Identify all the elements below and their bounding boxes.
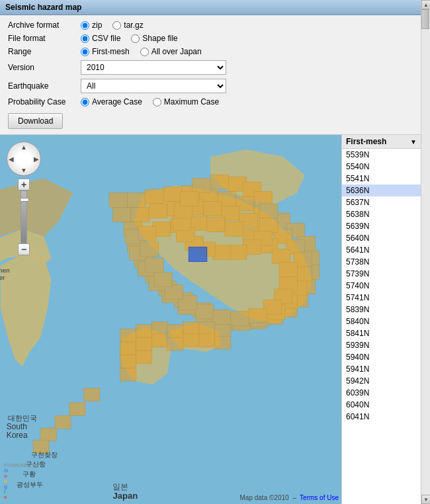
file-csv-option[interactable]: CSV file [81, 34, 120, 43]
mesh-list-item[interactable]: 5840N [342, 315, 421, 327]
mesh-list-item[interactable]: 5740N [342, 280, 421, 292]
svg-rect-108 [167, 337, 183, 351]
mesh-list-item[interactable]: 5738N [342, 256, 421, 268]
mesh-list-item[interactable]: 5637N [342, 196, 421, 208]
svg-rect-59 [207, 218, 225, 232]
average-case-label: Average Case [92, 97, 142, 106]
mesh-list-item[interactable]: 6040N [342, 399, 421, 411]
mesh-list-item[interactable]: 5640N [342, 232, 421, 244]
earthquake-select[interactable]: All [81, 79, 226, 93]
file-shape-radio[interactable] [131, 34, 140, 43]
archive-zip-option[interactable]: zip [81, 21, 102, 30]
svg-text:일본: 일본 [112, 482, 128, 491]
svg-rect-102 [136, 351, 151, 364]
zoom-slider[interactable] [21, 190, 27, 243]
mesh-list-item[interactable]: 5641N [342, 244, 421, 256]
mesh-list-item[interactable]: 5841N [342, 327, 421, 339]
mesh-list-item[interactable]: 5839N [342, 304, 421, 315]
probability-case-controls: Average Case Maximum Case [81, 97, 219, 106]
file-shape-option[interactable]: Shape file [131, 34, 177, 43]
probability-case-label: Probability Case [8, 97, 81, 106]
terms-of-use-link[interactable]: Terms of Use [300, 494, 339, 501]
mesh-list-item[interactable]: 6039N [342, 387, 421, 399]
average-case-radio[interactable] [81, 98, 89, 106]
svg-text:River: River [0, 274, 5, 281]
download-row: Download [8, 110, 413, 129]
powered-by-text: POWERED BY [4, 463, 40, 468]
svg-rect-71 [195, 304, 213, 319]
zoom-in-button[interactable]: + [18, 179, 30, 190]
mesh-list[interactable]: 5539N5540N5541N5636N5637N5638N5639N5640N… [342, 149, 421, 504]
mesh-list-item[interactable]: 5639N [342, 220, 421, 232]
mesh-list-item[interactable]: 5942N [342, 375, 421, 387]
average-case-option[interactable]: Average Case [81, 97, 142, 106]
zoom-out-button[interactable]: − [18, 243, 30, 255]
range-all-japan-radio[interactable] [140, 48, 149, 56]
mesh-list-item[interactable]: 5540N [342, 161, 421, 173]
mesh-list-item[interactable]: 6041N [342, 411, 421, 423]
svg-text:Korea: Korea [7, 431, 28, 440]
range-first-mesh-option[interactable]: First-mesh [81, 47, 130, 56]
mesh-list-item[interactable]: 5941N [342, 363, 421, 375]
svg-rect-114 [55, 416, 71, 429]
mesh-list-item[interactable]: 5541N [342, 173, 421, 185]
archive-zip-radio[interactable] [81, 21, 89, 30]
range-all-japan-label: All over Japan [151, 47, 202, 56]
mesh-list-item[interactable]: 5636N [342, 185, 421, 196]
svg-rect-106 [199, 321, 215, 335]
nav-pan-control[interactable]: ▲ ▼ ◀ ▶ [7, 142, 41, 176]
mesh-list-item[interactable]: 5741N [342, 292, 421, 304]
mesh-list-item[interactable]: 5739N [342, 268, 421, 280]
earthquake-label: Earthquake [8, 81, 81, 91]
svg-rect-63 [272, 249, 290, 264]
svg-rect-74 [154, 273, 172, 287]
range-controls: First-mesh All over Japan [81, 47, 202, 56]
mesh-list-item[interactable]: 5939N [342, 339, 421, 351]
scroll-down-button[interactable]: ▼ [421, 495, 430, 504]
svg-rect-94 [180, 191, 198, 206]
range-row: Range First-mesh All over Japan [8, 47, 413, 56]
svg-rect-110 [199, 334, 215, 347]
control-panel: Archive format zip tar.gz File format [0, 15, 421, 135]
mesh-panel: First-mesh ▼ 5539N5540N5541N5636N5637N56… [341, 135, 421, 504]
earthquake-controls: All [81, 79, 226, 93]
svg-rect-64 [279, 263, 297, 277]
svg-rect-60 [225, 222, 243, 236]
zoom-thumb[interactable] [20, 198, 29, 202]
svg-rect-2 [127, 193, 145, 208]
svg-rect-104 [167, 325, 183, 338]
mesh-list-item[interactable]: 5638N [342, 208, 421, 220]
pan-up-arrow[interactable]: ▲ [21, 144, 27, 151]
pan-left-arrow[interactable]: ◀ [9, 155, 14, 163]
version-label: Version [8, 63, 81, 72]
file-csv-radio[interactable] [81, 34, 89, 43]
mesh-list-item[interactable]: 5539N [342, 149, 421, 161]
svg-rect-115 [40, 428, 56, 441]
scroll-up-button[interactable]: ▲ [421, 0, 430, 9]
range-first-mesh-radio[interactable] [81, 48, 89, 56]
maximum-case-radio[interactable] [153, 98, 161, 106]
svg-rect-83 [260, 204, 278, 218]
maximum-case-option[interactable]: Maximum Case [153, 97, 219, 106]
download-button[interactable]: Download [8, 113, 63, 129]
range-all-japan-option[interactable]: All over Japan [140, 47, 202, 56]
svg-rect-76 [140, 242, 158, 257]
scroll-track[interactable] [421, 9, 430, 495]
mesh-list-item[interactable]: 5940N [342, 351, 421, 363]
svg-rect-75 [146, 258, 163, 273]
archive-targz-option[interactable]: tar.gz [112, 21, 143, 30]
archive-targz-radio[interactable] [112, 21, 121, 30]
mesh-panel-header: First-mesh ▼ [342, 135, 421, 149]
mesh-header-label: First-mesh [346, 137, 386, 146]
svg-rect-1 [109, 193, 127, 208]
svg-text:Japan: Japan [112, 491, 138, 501]
file-format-label: File format [8, 34, 81, 43]
map-container[interactable]: 일본 Japan 대한민국 South Korea 구천찾장 구산항 구황 광성… [0, 135, 341, 504]
pan-down-arrow[interactable]: ▼ [21, 167, 27, 174]
svg-rect-87 [229, 245, 247, 259]
google-text: Google [4, 468, 40, 500]
version-select[interactable]: 2010 2009 2008 [81, 60, 226, 75]
svg-rect-69 [231, 312, 249, 326]
scroll-thumb[interactable] [421, 9, 429, 29]
pan-right-arrow[interactable]: ▶ [34, 155, 39, 163]
